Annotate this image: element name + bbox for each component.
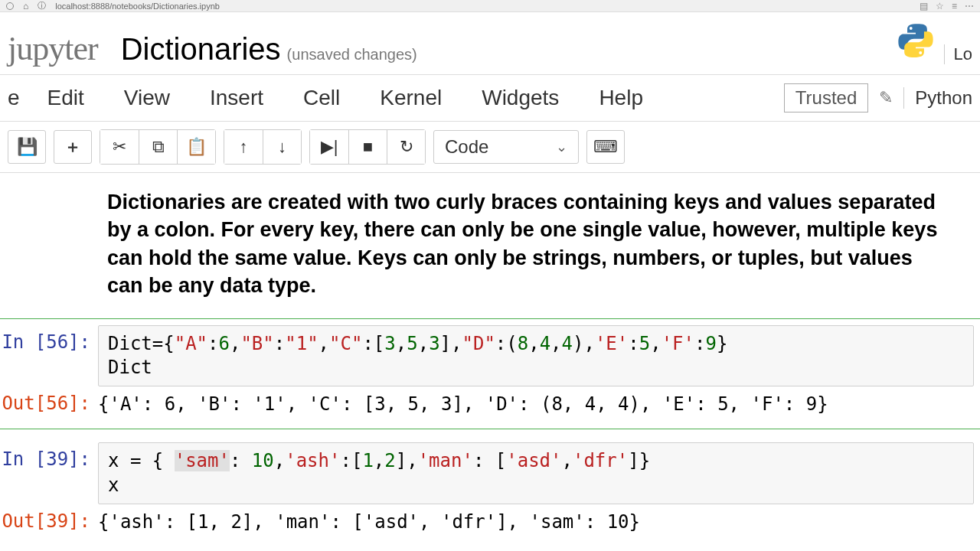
refresh-icon[interactable]	[6, 2, 14, 10]
star-icon[interactable]: ☆	[936, 1, 944, 11]
copy-button[interactable]: ⧉	[139, 130, 177, 164]
more-icon[interactable]: ⋯	[965, 1, 974, 11]
menu-kernel[interactable]: Kernel	[360, 75, 462, 121]
cell-type-value: Code	[445, 136, 488, 158]
notebook-header: jupyter Dictionaries (unsaved changes) L…	[0, 12, 980, 74]
menu-help[interactable]: Help	[579, 75, 663, 121]
url-bar[interactable]: localhost:8888/notebooks/Dictionaries.ip…	[55, 2, 910, 11]
toolbar: 💾 ＋ ✂ ⧉ 📋 ↑ ↓ ▶| ■ ↻ Code ⌄ ⌨	[0, 122, 980, 173]
paste-button[interactable]: 📋	[177, 130, 215, 164]
code-input[interactable]: x = { 'sam': 10,'ash':[1,2],'man': ['asd…	[98, 442, 974, 504]
pencil-icon[interactable]: ✎	[879, 88, 893, 108]
move-up-button[interactable]: ↑	[224, 130, 263, 164]
menu-widgets[interactable]: Widgets	[462, 75, 579, 121]
code-output: {'A': 6, 'B': '1', 'C': [3, 5, 3], 'D': …	[98, 386, 980, 422]
chevron-down-icon: ⌄	[556, 139, 567, 155]
browser-bar: ⌂ ⓘ localhost:8888/notebooks/Dictionarie…	[0, 0, 980, 12]
notebook-name[interactable]: Dictionaries	[121, 32, 281, 67]
markdown-cell[interactable]: Dictionaries are created with two curly …	[0, 188, 980, 318]
menu-edit[interactable]: Edit	[28, 75, 104, 121]
reader-icon[interactable]: ▤	[920, 1, 928, 11]
logout-button[interactable]: Lo	[944, 44, 972, 64]
run-button[interactable]: ▶|	[310, 130, 348, 164]
menu-file[interactable]: e	[8, 75, 28, 121]
save-button[interactable]: 💾	[8, 130, 46, 164]
python-logo-icon	[897, 21, 935, 60]
command-palette-button[interactable]: ⌨	[586, 130, 625, 164]
jupyter-logo[interactable]: jupyter	[8, 29, 98, 68]
code-output: {'ash': [1, 2], 'man': ['asd', 'dfr'], '…	[98, 504, 980, 540]
lock-icon: ⓘ	[38, 0, 46, 11]
code-cell-56[interactable]: In [56]: Dict={"A":6,"B":"1","C":[3,5,3]…	[0, 318, 980, 430]
input-prompt: In [39]:	[0, 442, 98, 470]
add-cell-button[interactable]: ＋	[54, 130, 92, 164]
trusted-indicator[interactable]: Trusted	[784, 83, 868, 112]
stop-button[interactable]: ■	[348, 130, 387, 164]
favorites-icon[interactable]: ≡	[952, 1, 957, 11]
notebook-container: Dictionaries are created with two curly …	[0, 173, 980, 547]
home-icon[interactable]: ⌂	[23, 1, 28, 11]
code-cell-39[interactable]: In [39]: x = { 'sam': 10,'ash':[1,2],'ma…	[0, 435, 980, 547]
output-prompt: Out[56]:	[0, 386, 98, 414]
restart-button[interactable]: ↻	[387, 130, 425, 164]
input-prompt: In [56]:	[0, 325, 98, 353]
cut-button[interactable]: ✂	[100, 130, 139, 164]
markdown-text: Dictionaries are created with two curly …	[107, 188, 949, 300]
menubar: e Edit View Insert Cell Kernel Widgets H…	[0, 74, 980, 122]
save-status: (unsaved changes)	[287, 46, 417, 64]
menu-cell[interactable]: Cell	[283, 75, 360, 121]
cell-type-select[interactable]: Code ⌄	[433, 130, 579, 164]
output-prompt: Out[39]:	[0, 504, 98, 532]
kernel-indicator[interactable]: Python	[903, 87, 972, 109]
menu-view[interactable]: View	[104, 75, 190, 121]
code-input[interactable]: Dict={"A":6,"B":"1","C":[3,5,3],"D":(8,4…	[98, 325, 974, 386]
move-down-button[interactable]: ↓	[263, 130, 301, 164]
menu-insert[interactable]: Insert	[190, 75, 283, 121]
